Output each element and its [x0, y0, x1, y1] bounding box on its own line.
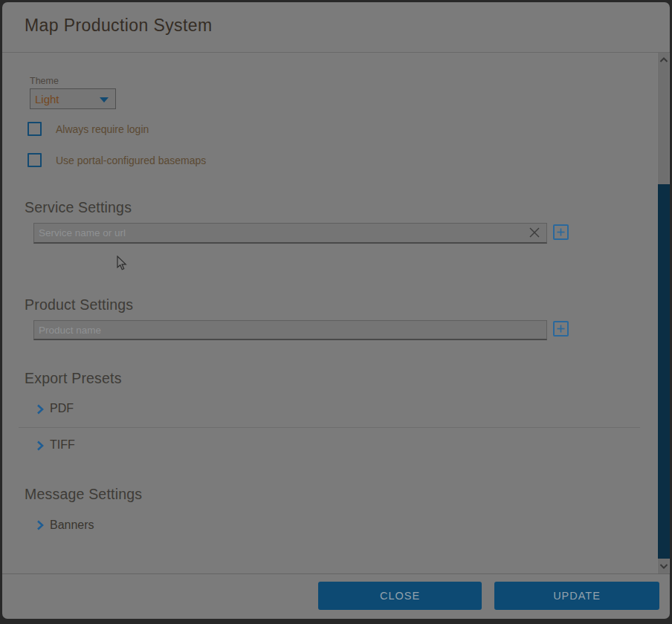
scroll-down-arrow-icon[interactable]	[659, 562, 668, 571]
theme-select[interactable]: Light	[30, 88, 116, 109]
theme-label: Theme	[30, 76, 59, 86]
add-service-button[interactable]	[553, 224, 569, 240]
plus-icon	[557, 325, 565, 333]
chevron-right-icon[interactable]	[36, 441, 44, 451]
checkbox-always-require-login[interactable]	[28, 122, 42, 136]
message-settings-heading: Message Settings	[25, 486, 142, 503]
export-preset-tiff[interactable]: TIFF	[50, 438, 75, 452]
service-name-input[interactable]	[33, 223, 547, 244]
checkbox-use-portal-basemaps-label: Use portal-configured basemaps	[56, 155, 206, 166]
footer-divider	[2, 573, 670, 574]
product-name-input[interactable]	[33, 320, 547, 340]
dialog-title: Map Production System	[25, 16, 213, 36]
caret-down-icon	[100, 97, 109, 103]
message-settings-banners[interactable]: Banners	[50, 519, 94, 532]
export-preset-pdf[interactable]: PDF	[50, 402, 74, 415]
service-settings-heading: Service Settings	[25, 199, 132, 216]
plus-icon	[557, 228, 565, 236]
chevron-right-icon[interactable]	[36, 520, 44, 530]
checkbox-always-require-login-label: Always require login	[56, 123, 149, 135]
scrollbar-track[interactable]	[657, 53, 669, 573]
preset-divider	[19, 427, 640, 428]
checkbox-use-portal-basemaps[interactable]	[28, 153, 42, 167]
theme-selected-value: Light	[35, 93, 59, 105]
scroll-up-arrow-icon[interactable]	[659, 56, 668, 65]
add-product-button[interactable]	[553, 321, 569, 337]
header-divider	[2, 52, 670, 53]
clear-input-x-icon[interactable]	[528, 226, 541, 239]
scrollbar-thumb[interactable]	[658, 184, 670, 559]
product-settings-heading: Product Settings	[25, 296, 133, 313]
chevron-right-icon[interactable]	[36, 404, 44, 415]
close-button[interactable]: CLOSE	[318, 582, 482, 610]
export-presets-heading: Export Presets	[25, 370, 122, 387]
update-button[interactable]: UPDATE	[494, 582, 659, 610]
